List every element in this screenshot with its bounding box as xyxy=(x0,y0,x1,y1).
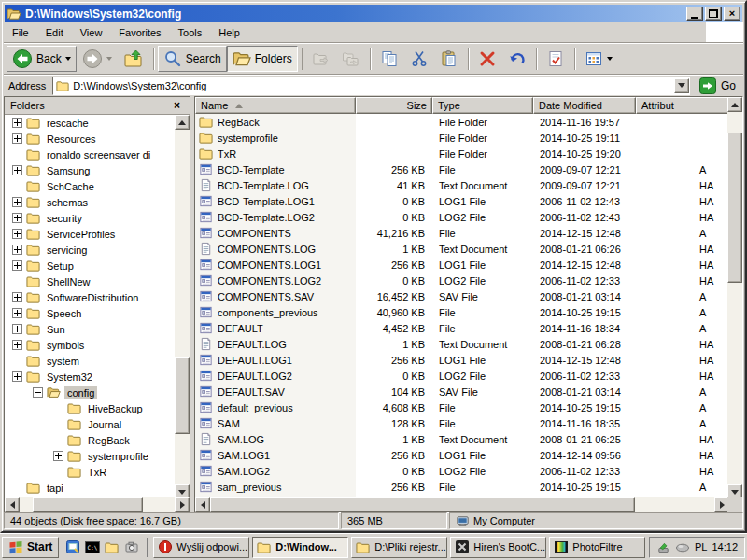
tree-item-schcache[interactable]: SchCache xyxy=(5,178,176,194)
file-row[interactable]: BCD-Template256 KBFile2009-09-07 12:21A xyxy=(195,161,729,177)
expand-icon[interactable] xyxy=(12,197,22,207)
tree-hscroll-thumb[interactable] xyxy=(33,497,143,512)
tree-item-samsung[interactable]: Samsung xyxy=(5,162,176,178)
close-folders-button[interactable]: × xyxy=(170,99,184,112)
file-row[interactable]: COMPONENTS.LOG1 KBText Document2008-01-2… xyxy=(195,241,729,257)
tree-item-servicing[interactable]: servicing xyxy=(5,242,176,258)
menu-edit[interactable]: Edit xyxy=(37,22,72,42)
paste-button[interactable] xyxy=(434,46,464,72)
tree-item-journal[interactable]: Journal xyxy=(5,416,176,432)
address-input[interactable]: D:\Windows\System32\config xyxy=(52,77,690,95)
start-button[interactable]: Start xyxy=(2,537,59,558)
file-row[interactable]: components_previous40,960 KBFile2014-10-… xyxy=(195,304,729,320)
expand-icon[interactable] xyxy=(12,229,22,239)
show-desktop-icon[interactable] xyxy=(64,539,80,555)
expand-icon[interactable] xyxy=(12,308,22,318)
tree-item-system[interactable]: system xyxy=(5,353,176,369)
clock[interactable]: 14:12 xyxy=(712,541,738,553)
folder-row[interactable]: TxRFile Folder2014-10-25 19:20 xyxy=(195,146,729,161)
tree-item-hivebackup[interactable]: HiveBackup xyxy=(5,400,176,416)
menu-tools[interactable]: Tools xyxy=(170,22,211,42)
minimize-button[interactable] xyxy=(686,7,703,21)
tree-vertical-scrollbar[interactable] xyxy=(175,115,190,499)
tree-item-config[interactable]: config xyxy=(5,385,176,400)
list-horizontal-scrollbar[interactable] xyxy=(195,497,729,512)
file-row[interactable]: DEFAULT.LOG1 KBText Document2008-01-21 0… xyxy=(195,336,729,352)
expand-icon[interactable] xyxy=(53,451,63,461)
tree-item-schemas[interactable]: schemas xyxy=(5,194,176,210)
expand-icon[interactable] xyxy=(12,245,22,255)
tree-item-txr[interactable]: TxR xyxy=(5,464,176,480)
search-button[interactable]: Search xyxy=(158,46,227,72)
taskbar-button[interactable]: D:\Pliki rejestr... xyxy=(351,537,447,558)
menu-favorites[interactable]: Favorites xyxy=(110,22,169,42)
tree-item-softwaredistribution[interactable]: SoftwareDistribution xyxy=(5,289,176,305)
expand-icon[interactable] xyxy=(12,340,22,350)
copy-to-button[interactable] xyxy=(336,46,366,72)
delete-button[interactable] xyxy=(472,46,502,72)
taskbar-button[interactable]: Wyślij odpowi... xyxy=(153,537,249,558)
tree-item-regback[interactable]: RegBack xyxy=(5,432,176,448)
scroll-up-button[interactable] xyxy=(727,97,742,112)
file-row[interactable]: BCD-Template.LOG41 KBText Document2009-0… xyxy=(195,177,729,193)
column-header-date-modified[interactable]: Date Modified xyxy=(533,97,636,114)
go-button[interactable]: Go xyxy=(695,77,740,94)
address-dropdown-button[interactable] xyxy=(674,78,689,93)
cmd-icon[interactable]: C:\ xyxy=(84,539,100,555)
language-indicator[interactable]: PL xyxy=(695,541,707,553)
file-row[interactable]: SAM.LOG1256 KBLOG1 File2014-12-14 09:56H… xyxy=(195,447,729,463)
expand-icon[interactable] xyxy=(12,324,22,334)
list-hscroll-thumb[interactable] xyxy=(210,497,635,512)
tree-item-serviceprofiles[interactable]: ServiceProfiles xyxy=(5,226,176,242)
file-row[interactable]: COMPONENTS.SAV16,452 KBSAV File2008-01-2… xyxy=(195,288,729,304)
tree-item-setup[interactable]: Setup xyxy=(5,258,176,273)
close-button[interactable]: × xyxy=(724,7,740,21)
move-to-button[interactable] xyxy=(306,46,336,72)
expand-icon[interactable] xyxy=(12,118,22,128)
tree-item-sun[interactable]: Sun xyxy=(5,321,176,337)
file-row[interactable]: COMPONENTS41,216 KBFile2014-12-15 12:48A xyxy=(195,225,729,241)
expand-icon[interactable] xyxy=(12,292,22,302)
tree-item-system32[interactable]: System32 xyxy=(5,369,176,385)
forward-dropdown-icon[interactable] xyxy=(106,57,112,61)
list-vertical-scrollbar[interactable] xyxy=(727,97,742,499)
menu-view[interactable]: View xyxy=(72,22,111,42)
file-row[interactable]: SAM.LOG20 KBLOG2 File2006-11-02 12:33HA xyxy=(195,463,729,479)
check-document-button[interactable] xyxy=(541,46,571,72)
tree-item-rescache[interactable]: rescache xyxy=(5,115,176,131)
menu-file[interactable]: File xyxy=(4,22,37,42)
views-button[interactable] xyxy=(579,46,618,72)
file-row[interactable]: SAM128 KBFile2014-11-16 18:35A xyxy=(195,415,729,431)
tree-item-tapi[interactable]: tapi xyxy=(5,480,176,496)
collapse-icon[interactable] xyxy=(33,387,43,398)
menu-help[interactable]: Help xyxy=(210,22,248,42)
scroll-left-button[interactable] xyxy=(5,497,20,512)
list-scroll-thumb[interactable] xyxy=(727,133,742,283)
taskbar-button[interactable]: Hiren's BootC... xyxy=(450,537,546,558)
tree-item-speech[interactable]: Speech xyxy=(5,305,176,321)
scroll-left-button[interactable] xyxy=(195,497,210,512)
taskbar-button[interactable]: D:\Window... xyxy=(252,537,348,558)
up-button[interactable] xyxy=(118,46,149,72)
camera-icon[interactable] xyxy=(123,539,139,555)
folder-row[interactable]: systemprofileFile Folder2014-10-25 19:11 xyxy=(195,130,729,146)
scroll-right-button[interactable] xyxy=(175,497,190,512)
tree-item-resources[interactable]: Resources xyxy=(5,131,176,147)
tree-horizontal-scrollbar[interactable] xyxy=(5,497,190,512)
expand-icon[interactable] xyxy=(12,260,22,271)
expand-icon[interactable] xyxy=(12,133,22,144)
folder-row[interactable]: RegBackFile Folder2014-11-16 19:57 xyxy=(195,114,729,130)
file-row[interactable]: COMPONENTS.LOG1256 KBLOG1 File2014-12-15… xyxy=(195,257,729,273)
file-row[interactable]: DEFAULT.LOG20 KBLOG2 File2006-11-02 12:3… xyxy=(195,368,729,384)
tree-item-systemprofile[interactable]: systemprofile xyxy=(5,448,176,464)
file-row[interactable]: DEFAULT4,452 KBFile2014-11-16 18:34A xyxy=(195,320,729,336)
file-row[interactable]: COMPONENTS.LOG20 KBLOG2 File2006-11-02 1… xyxy=(195,273,729,288)
column-header-type[interactable]: Type xyxy=(432,97,533,114)
file-row[interactable]: sam_previous256 KBFile2014-10-25 19:15A xyxy=(195,479,729,495)
tree-item-security[interactable]: security xyxy=(5,210,176,226)
cut-button[interactable] xyxy=(404,46,434,72)
column-header-attribut[interactable]: Attribut xyxy=(636,97,729,114)
expand-icon[interactable] xyxy=(12,165,22,175)
expand-icon[interactable] xyxy=(12,213,22,223)
file-row[interactable]: default_previous4,608 KBFile2014-10-25 1… xyxy=(195,399,729,415)
